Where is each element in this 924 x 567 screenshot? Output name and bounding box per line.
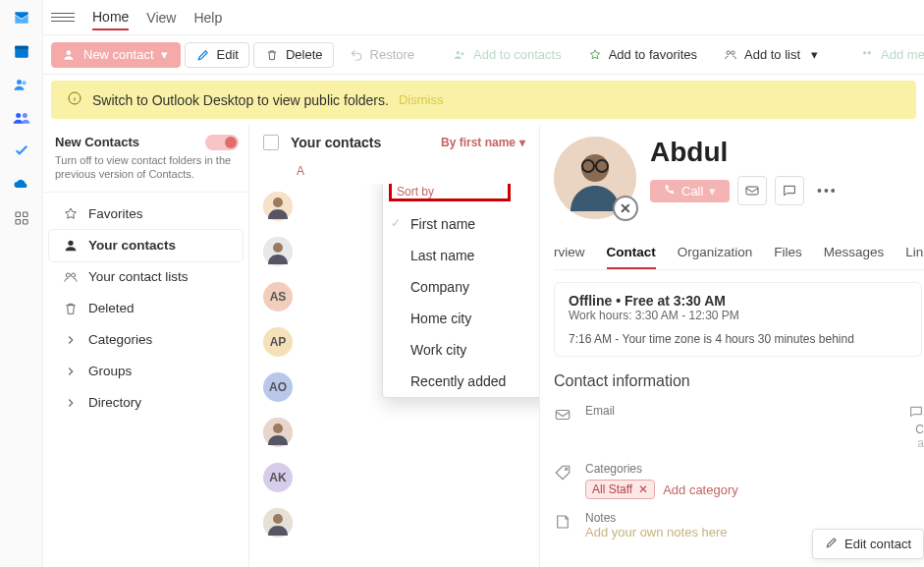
toolbar: New contact ▾ Edit Delete Restore Add to… bbox=[43, 35, 924, 75]
sort-option-last-name[interactable]: Last name bbox=[383, 240, 539, 271]
timezone-note: 7:16 AM - Your time zone is 4 hours 30 m… bbox=[569, 332, 907, 346]
calendar-icon[interactable] bbox=[12, 41, 31, 61]
groups-icon[interactable] bbox=[12, 108, 31, 128]
sort-dropdown[interactable]: By first name ▾ bbox=[441, 136, 525, 149]
sort-option-recently-added[interactable]: Recently added bbox=[383, 366, 539, 397]
edit-contact-button[interactable]: Edit contact bbox=[812, 529, 924, 559]
detail-tab-linkedin[interactable]: LinkedIn bbox=[905, 237, 924, 269]
sidebar-item-favorites[interactable]: Favorites bbox=[49, 198, 243, 230]
delete-button[interactable]: Delete bbox=[253, 42, 334, 68]
list-add-icon bbox=[723, 47, 738, 63]
contact-name: Abdul bbox=[650, 137, 924, 168]
hamburger-icon[interactable] bbox=[51, 6, 75, 29]
add-to-favorites-label: Add to favorites bbox=[609, 47, 697, 62]
undo-icon bbox=[349, 47, 364, 63]
sort-option-company[interactable]: Company bbox=[383, 271, 539, 303]
contact-list-header: Your contacts By first name ▾ bbox=[249, 125, 539, 160]
avatar: AP bbox=[263, 327, 293, 357]
mail-icon[interactable] bbox=[12, 8, 31, 28]
svg-point-4 bbox=[16, 113, 21, 118]
new-contact-button[interactable]: New contact ▾ bbox=[51, 42, 181, 68]
contact-row[interactable] bbox=[249, 410, 539, 455]
members-icon bbox=[859, 47, 875, 63]
detail-tab-files[interactable]: Files bbox=[774, 237, 802, 269]
avatar bbox=[263, 192, 293, 221]
phone-icon bbox=[664, 184, 676, 198]
delete-label: Delete bbox=[286, 47, 323, 62]
tab-home[interactable]: Home bbox=[92, 5, 129, 30]
notes-placeholder[interactable]: Add your own notes here bbox=[585, 525, 728, 539]
sidebar-item-label: Groups bbox=[88, 364, 132, 378]
person-icon bbox=[63, 238, 79, 254]
apps-icon[interactable] bbox=[12, 208, 31, 228]
chat-button[interactable] bbox=[775, 176, 804, 205]
edit-label: Edit bbox=[217, 47, 239, 62]
tab-help[interactable]: Help bbox=[193, 6, 222, 29]
categories-label: Categories bbox=[585, 462, 738, 476]
detail-tab-organization[interactable]: Organization bbox=[678, 237, 753, 269]
sort-option-work-city[interactable]: Work city bbox=[383, 334, 539, 366]
add-to-list-button[interactable]: Add to list ▾ bbox=[712, 42, 833, 68]
sort-menu: Sort by First nameLast nameCompanyHome c… bbox=[382, 184, 539, 398]
sort-option-first-name[interactable]: First name bbox=[383, 208, 539, 240]
sidebar-item-label: Directory bbox=[88, 395, 141, 410]
sort-option-home-city[interactable]: Home city bbox=[383, 303, 539, 334]
category-tag[interactable]: All Staff ✕ bbox=[585, 480, 655, 499]
email-label: Email bbox=[585, 404, 895, 418]
select-all-checkbox[interactable] bbox=[263, 135, 279, 150]
chevron-down-icon: ▾ bbox=[806, 47, 822, 63]
svg-point-10 bbox=[67, 50, 72, 55]
more-button[interactable]: ••• bbox=[812, 176, 842, 205]
contact-row[interactable] bbox=[249, 500, 539, 545]
add-members-button: Add members bbox=[848, 42, 924, 68]
detail-tab-overview[interactable]: rview bbox=[554, 237, 585, 269]
info-icon bbox=[67, 90, 82, 109]
restore-button: Restore bbox=[338, 42, 426, 68]
detail-tab-messages[interactable]: Messages bbox=[824, 237, 885, 269]
sidebar-item-deleted[interactable]: Deleted bbox=[49, 293, 243, 324]
detail-tab-contact[interactable]: Contact bbox=[607, 237, 656, 269]
sidebar-item-your-contact-lists[interactable]: Your contact lists bbox=[49, 261, 243, 293]
svg-point-5 bbox=[22, 113, 27, 118]
chev-icon bbox=[63, 332, 79, 348]
mail-button[interactable] bbox=[737, 176, 767, 205]
svg-point-28 bbox=[273, 514, 283, 524]
chat-bubble-icon[interactable] bbox=[908, 409, 924, 423]
top-tabs: Home View Help bbox=[43, 0, 924, 35]
sidebar-item-label: Favorites bbox=[88, 206, 143, 221]
onedrive-icon[interactable] bbox=[12, 175, 31, 195]
avatar: AK bbox=[263, 463, 293, 492]
remove-tag-icon[interactable]: ✕ bbox=[638, 482, 648, 496]
avatar bbox=[263, 418, 293, 447]
note-icon bbox=[554, 513, 571, 531]
new-contacts-toggle[interactable] bbox=[205, 135, 239, 150]
sidebar-item-groups[interactable]: Groups bbox=[49, 356, 243, 387]
sidebar-item-categories[interactable]: Categories bbox=[49, 324, 243, 356]
svg-point-2 bbox=[17, 80, 22, 85]
svg-point-18 bbox=[68, 240, 73, 245]
chev-icon bbox=[63, 364, 79, 379]
tab-view[interactable]: View bbox=[146, 6, 176, 29]
alpha-separator: A bbox=[249, 160, 539, 184]
sidebar-item-your-contacts[interactable]: Your contacts bbox=[49, 230, 243, 261]
svg-rect-6 bbox=[16, 212, 21, 217]
nav-panel: New Contacts Turn off to view contact fo… bbox=[43, 125, 249, 567]
banner-dismiss[interactable]: Dismiss bbox=[399, 92, 444, 107]
call-label: Call bbox=[681, 184, 703, 198]
contact-list-title: Your contacts bbox=[291, 135, 381, 150]
people-icon[interactable] bbox=[12, 75, 31, 94]
avatar: AS bbox=[263, 282, 293, 312]
trash-icon bbox=[63, 301, 79, 316]
call-button[interactable]: Call ▾ bbox=[650, 180, 730, 202]
add-category-link[interactable]: Add category bbox=[663, 482, 738, 497]
sidebar-item-directory[interactable]: Directory bbox=[49, 387, 243, 419]
contact-row[interactable]: AK bbox=[249, 455, 539, 500]
svg-point-26 bbox=[273, 424, 283, 433]
edit-button[interactable]: Edit bbox=[185, 42, 249, 68]
star-plus-icon bbox=[587, 47, 603, 63]
svg-point-3 bbox=[22, 81, 26, 85]
todo-icon[interactable] bbox=[12, 142, 31, 161]
add-to-favorites-button[interactable]: Add to favorites bbox=[576, 42, 708, 68]
contact-info-heading: Contact information bbox=[554, 372, 924, 390]
svg-rect-7 bbox=[23, 212, 27, 217]
